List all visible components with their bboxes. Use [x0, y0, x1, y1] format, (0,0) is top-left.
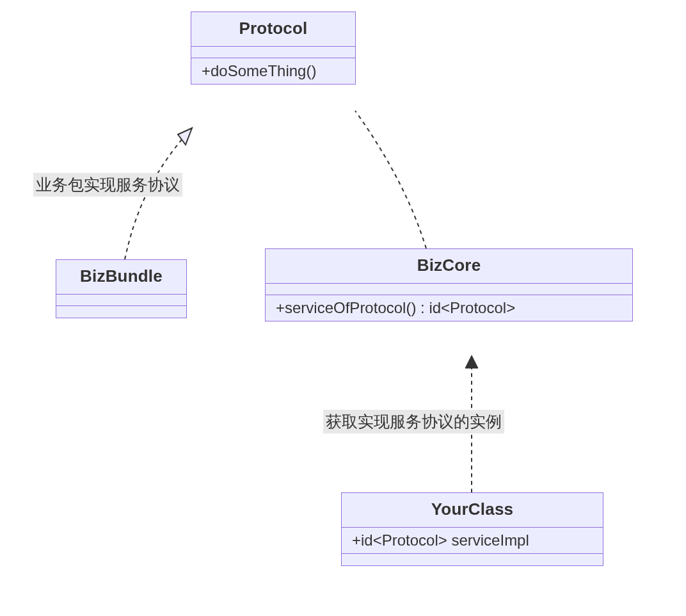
class-yourclass-methods	[342, 554, 603, 565]
class-yourclass-title: YourClass	[342, 493, 603, 528]
edge-bizcore-protocol	[355, 111, 426, 248]
class-bizcore-attrs	[266, 284, 632, 295]
class-bizcore-title: BizCore	[266, 249, 632, 284]
edge-label-yourclass-bizcore: 获取实现服务协议的实例	[323, 410, 504, 434]
class-bizcore: BizCore +serviceOfProtocol() : id<Protoc…	[265, 248, 633, 321]
arrowhead-realization	[178, 128, 192, 145]
class-bizbundle-attrs	[56, 295, 186, 306]
class-bizbundle-title: BizBundle	[56, 260, 186, 295]
class-yourclass: YourClass +id<Protocol> serviceImpl	[341, 492, 603, 566]
arrowhead-dependency	[465, 355, 478, 368]
class-bizbundle: BizBundle	[56, 259, 187, 318]
class-protocol-attrs	[191, 47, 355, 58]
class-bizbundle-methods	[56, 306, 186, 318]
class-yourclass-attrs: +id<Protocol> serviceImpl	[342, 528, 603, 554]
class-protocol-methods: +doSomeThing()	[191, 58, 355, 84]
class-protocol: Protocol +doSomeThing()	[191, 12, 356, 85]
class-protocol-title: Protocol	[191, 12, 355, 47]
edge-label-bizbundle-protocol: 业务包实现服务协议	[33, 173, 182, 197]
class-bizcore-methods: +serviceOfProtocol() : id<Protocol>	[266, 295, 632, 321]
